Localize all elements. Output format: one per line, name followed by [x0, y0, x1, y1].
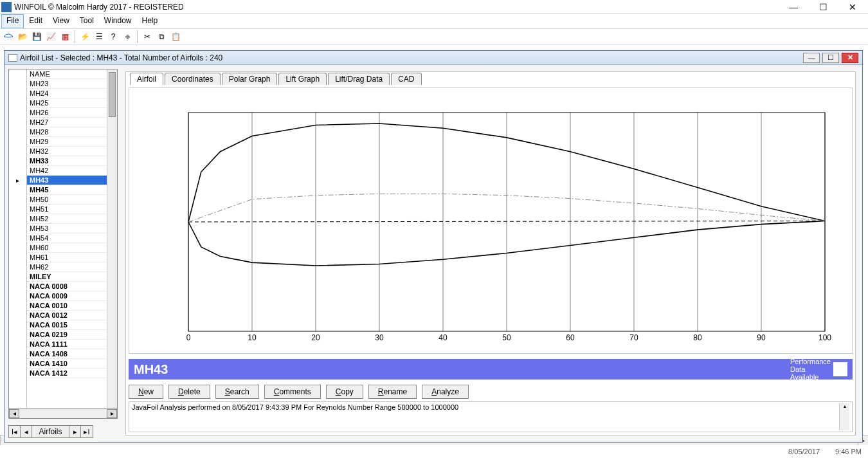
banner-airfoil-name: MH43	[134, 362, 790, 377]
menu-file[interactable]: File	[1, 14, 24, 28]
list-item[interactable]: MH24	[27, 89, 107, 98]
tool-lightning-icon[interactable]: ⚡	[79, 31, 91, 42]
subwindow-icon	[8, 54, 17, 62]
maximize-button[interactable]: ☐	[814, 1, 832, 13]
airfoil-banner: MH43 PerformanceDataAvailable	[129, 359, 853, 380]
list-item[interactable]: MH62	[27, 262, 107, 272]
subwindow-title: Airfoil List - Selected : MH43 - Total N…	[20, 53, 800, 62]
list-item[interactable]: NACA 0015	[27, 320, 107, 330]
tab-lift-graph[interactable]: Lift Graph	[278, 73, 327, 85]
list-item[interactable]: NACA 0219	[27, 330, 107, 340]
hscroll-right-button[interactable]: ▸	[107, 409, 117, 418]
list-item[interactable]: NACA 1408	[27, 349, 107, 359]
tab-airfoil[interactable]: Airfoil	[130, 73, 163, 85]
svg-text:100: 100	[818, 333, 831, 342]
list-item[interactable]: MH26	[27, 108, 107, 118]
new-button[interactable]: New	[129, 385, 163, 399]
list-item[interactable]: NACA 1412	[27, 369, 107, 378]
status-scrollbar[interactable]	[839, 403, 849, 430]
search-button[interactable]: Search	[215, 385, 259, 399]
window-controls: — ☐ ✕	[784, 1, 867, 13]
airfoil-list-window: Airfoil List - Selected : MH43 - Total N…	[4, 50, 863, 443]
list-item[interactable]: MH43	[27, 176, 107, 185]
tool-open-icon[interactable]: 📂	[17, 31, 28, 42]
tab-coordinates[interactable]: Coordinates	[165, 73, 221, 85]
tool-help-icon[interactable]: ?	[107, 31, 119, 42]
list-item[interactable]: MH51	[27, 205, 107, 214]
tool-paste-icon[interactable]: 📋	[170, 31, 181, 42]
list-item[interactable]: MH25	[27, 98, 107, 108]
svg-text:80: 80	[693, 333, 702, 342]
status-time: 9:46 PM	[835, 448, 862, 455]
analyze-button[interactable]: Analyze	[422, 385, 469, 399]
action-button-row: NewDeleteSearchCommentsCopyRenameAnalyze	[126, 382, 855, 401]
list-item[interactable]: MH53	[27, 224, 107, 234]
airfoil-chart-panel: 0102030405060708090100	[129, 87, 853, 354]
list-item[interactable]: MH50	[27, 195, 107, 205]
svg-text:10: 10	[248, 333, 257, 342]
copy-button[interactable]: Copy	[326, 385, 363, 399]
list-item[interactable]: MILEY	[27, 272, 107, 282]
list-scrollbar-horizontal[interactable]: ◂ ▸	[8, 408, 118, 419]
menu-bar: FileEditViewToolWindowHelp	[0, 14, 868, 28]
tab-polar-graph[interactable]: Polar Graph	[222, 73, 278, 85]
list-item[interactable]: MH61	[27, 253, 107, 262]
list-item[interactable]: NACA 1410	[27, 359, 107, 369]
comments-button[interactable]: Comments	[264, 385, 321, 399]
list-item[interactable]: MH33	[27, 156, 107, 166]
list-item[interactable]: NACA 0012	[27, 311, 107, 320]
tool-box-icon[interactable]: ▦	[59, 31, 71, 42]
delete-button[interactable]: Delete	[168, 385, 210, 399]
toolbar-separator	[137, 30, 138, 43]
list-item[interactable]: MH28	[27, 127, 107, 137]
list-item[interactable]: MH42	[27, 166, 107, 176]
list-item[interactable]: NACA 0010	[27, 301, 107, 311]
menu-help[interactable]: Help	[137, 14, 163, 28]
status-date: 8/05/2017	[788, 448, 820, 455]
tab-cad[interactable]: CAD	[391, 73, 421, 85]
minimize-button[interactable]: —	[784, 1, 802, 13]
list-item[interactable]: MH29	[27, 137, 107, 147]
tab-lift-drag-data[interactable]: Lift/Drag Data	[328, 73, 390, 85]
subwindow-maximize-button[interactable]: ☐	[822, 53, 839, 63]
app-horizontal-scrollbar[interactable]: ◂ ▸	[0, 435, 868, 445]
windows-taskbar-stub: 8/05/2017 9:46 PM	[0, 445, 868, 458]
tool-cut-icon[interactable]: ✂	[141, 31, 153, 42]
hscroll-left-button[interactable]: ◂	[9, 409, 19, 418]
list-item[interactable]: MH27	[27, 118, 107, 127]
list-item[interactable]: NACA 0008	[27, 282, 107, 291]
close-button[interactable]: ✕	[844, 1, 862, 13]
toolbar: 📂 💾 📈 ▦ ⚡ ☰ ? ⎆ ✂ ⧉ 📋	[0, 28, 868, 45]
list-item[interactable]: MH32	[27, 147, 107, 156]
menu-view[interactable]: View	[48, 14, 75, 28]
list-item[interactable]: MH23	[27, 79, 107, 89]
list-item[interactable]: MH45	[27, 185, 107, 195]
airfoil-chart: 0102030405060708090100	[142, 100, 839, 349]
tool-graph-icon[interactable]: 📈	[45, 31, 57, 42]
tool-airfoil-icon[interactable]	[3, 31, 14, 42]
svg-text:90: 90	[757, 333, 766, 342]
list-item[interactable]: MH60	[27, 243, 107, 253]
tool-copy-icon[interactable]: ⧉	[156, 31, 167, 42]
subwindow-titlebar: Airfoil List - Selected : MH43 - Total N…	[5, 51, 862, 65]
analysis-status-text: JavaFoil Analysis performed on 8/05/2017…	[132, 403, 839, 430]
svg-text:70: 70	[629, 333, 638, 342]
list-item[interactable]: MH54	[27, 234, 107, 243]
rename-button[interactable]: Rename	[368, 385, 417, 399]
app-icon	[1, 2, 12, 12]
list-scrollbar-vertical[interactable]	[107, 69, 117, 408]
menu-tool[interactable]: Tool	[75, 14, 99, 28]
menu-edit[interactable]: Edit	[24, 14, 48, 28]
subwindow-minimize-button[interactable]: —	[803, 53, 820, 63]
tool-list-icon[interactable]: ☰	[93, 31, 105, 42]
tool-exit-icon[interactable]: ⎆	[122, 31, 133, 42]
list-header: NAME	[27, 69, 107, 79]
tool-save-icon[interactable]: 💾	[31, 31, 42, 42]
menu-window[interactable]: Window	[99, 14, 137, 28]
list-item[interactable]: MH52	[27, 214, 107, 224]
svg-text:0: 0	[186, 333, 191, 342]
list-item[interactable]: NACA 1111	[27, 340, 107, 349]
subwindow-close-button[interactable]: ✕	[842, 53, 858, 63]
list-item[interactable]: NACA 0009	[27, 291, 107, 301]
banner-performance-msg: PerformanceDataAvailable	[790, 358, 831, 381]
